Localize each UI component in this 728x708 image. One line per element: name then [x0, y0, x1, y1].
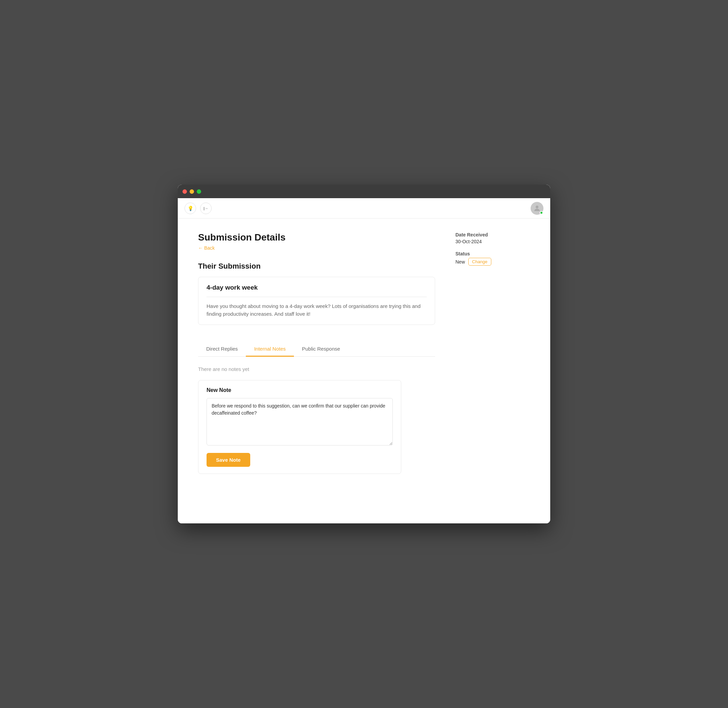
submission-card-body: Have you thought about moving to a 4-day…: [207, 303, 427, 318]
avatar-container: [531, 202, 543, 215]
submission-card-title: 4-day work week: [207, 284, 427, 297]
new-note-card: New Note Before we respond to this sugge…: [198, 380, 401, 474]
tab-internal-notes[interactable]: Internal Notes: [246, 342, 294, 357]
tab-direct-replies[interactable]: Direct Replies: [198, 342, 246, 357]
titlebar: [178, 184, 550, 198]
left-column: Submission Details ← Back Their Submissi…: [198, 232, 435, 474]
back-link[interactable]: ← Back: [198, 245, 215, 251]
status-row: New Change: [456, 258, 530, 266]
tabs-bar: Direct Replies Internal Notes Public Res…: [198, 342, 435, 357]
new-note-title: New Note: [207, 387, 393, 393]
expand-icon-button[interactable]: |→: [200, 203, 211, 214]
no-notes-message: There are no notes yet: [198, 366, 435, 372]
tabs-section: Direct Replies Internal Notes Public Res…: [198, 342, 435, 474]
save-note-button[interactable]: Save Note: [207, 453, 250, 467]
page-title: Submission Details: [198, 232, 435, 243]
app-window: 💡 |→ Submission Details ← Back: [178, 184, 550, 524]
date-received-value: 30-Oct-2024: [456, 239, 530, 244]
svg-point-0: [536, 206, 538, 208]
status-section: Status New Change: [456, 251, 530, 266]
tab-public-response[interactable]: Public Response: [294, 342, 349, 357]
right-column: Date Received 30-Oct-2024 Status New Cha…: [456, 232, 530, 474]
page-header: Submission Details ← Back: [198, 232, 435, 251]
submission-card: 4-day work week Have you thought about m…: [198, 277, 435, 325]
topbar-left: 💡 |→: [185, 203, 211, 214]
change-status-button[interactable]: Change: [468, 258, 491, 266]
minimize-button[interactable]: [190, 189, 194, 194]
their-submission-heading: Their Submission: [198, 262, 435, 271]
main-layout: Submission Details ← Back Their Submissi…: [198, 232, 530, 474]
close-button[interactable]: [182, 189, 187, 194]
topbar: 💡 |→: [178, 198, 550, 219]
note-textarea[interactable]: Before we respond to this suggestion, ca…: [207, 398, 393, 445]
expand-icon: |→: [204, 206, 208, 210]
maximize-button[interactable]: [197, 189, 201, 194]
status-label: Status: [456, 251, 530, 257]
date-received-section: Date Received 30-Oct-2024: [456, 232, 530, 244]
idea-icon: 💡: [188, 206, 193, 211]
main-content: Submission Details ← Back Their Submissi…: [178, 219, 550, 524]
avatar-online-status: [540, 211, 543, 215]
idea-icon-button[interactable]: 💡: [185, 203, 196, 214]
status-value: New: [456, 259, 465, 264]
date-received-label: Date Received: [456, 232, 530, 238]
